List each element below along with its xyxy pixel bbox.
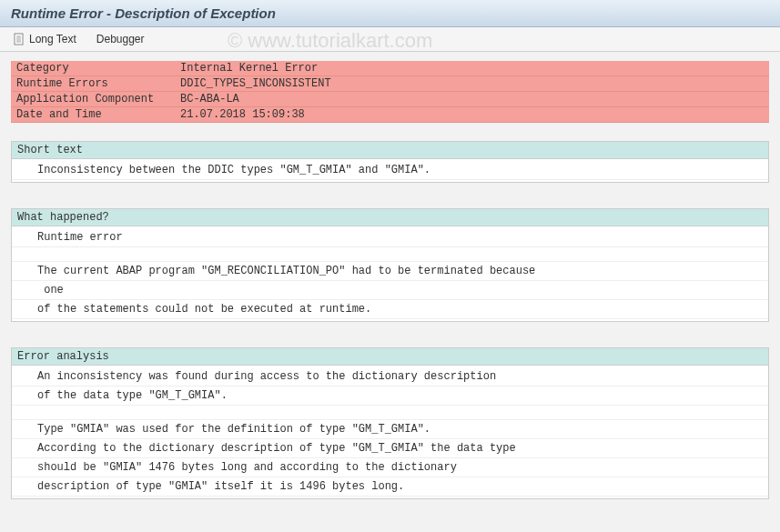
page-title: Runtime Error - Description of Exception: [11, 5, 769, 21]
section-what-happened: What happened? Runtime error The current…: [11, 208, 769, 322]
info-table: Category Internal Kernel Error Runtime E…: [11, 61, 769, 123]
section-header: Error analysis: [12, 348, 768, 366]
text-line: should be "GMIA" 1476 bytes long and acc…: [12, 458, 768, 477]
info-value: 21.07.2018 15:09:38: [175, 107, 769, 122]
debugger-button[interactable]: Debugger: [91, 31, 150, 47]
long-text-button[interactable]: Long Text: [7, 31, 82, 47]
content-area: Category Internal Kernel Error Runtime E…: [0, 52, 780, 532]
info-value: Internal Kernel Error: [175, 61, 769, 75]
info-row: Runtime Errors DDIC_TYPES_INCONSISTENT: [11, 76, 769, 92]
section-short-text: Short text Inconsistency between the DDI…: [11, 141, 769, 183]
document-icon: [13, 33, 25, 45]
long-text-label: Long Text: [29, 33, 76, 45]
text-line: An inconsistency was found during access…: [12, 367, 768, 386]
text-line: Type "GMIA" was used for the definition …: [12, 420, 768, 439]
title-bar: Runtime Error - Description of Exception: [0, 0, 780, 27]
text-line: According to the dictionary description …: [12, 439, 768, 458]
text-line: description of type "GMIA" itself it is …: [12, 477, 768, 497]
section-body: Runtime error The current ABAP program "…: [12, 226, 768, 321]
text-line: Inconsistency between the DDIC types "GM…: [12, 161, 768, 180]
info-value: DDIC_TYPES_INCONSISTENT: [175, 76, 769, 91]
text-line: of the statements could not be executed …: [12, 300, 768, 319]
text-line: Runtime error: [12, 228, 768, 247]
text-line: [12, 406, 768, 420]
info-value: BC-ABA-LA: [175, 92, 769, 106]
section-body: Inconsistency between the DDIC types "GM…: [12, 159, 768, 182]
section-header: What happened?: [12, 209, 768, 226]
info-row: Category Internal Kernel Error: [11, 61, 769, 76]
info-label: Category: [11, 61, 175, 75]
text-line: The current ABAP program "GM_RECONCILIAT…: [12, 262, 768, 281]
info-label: Date and Time: [11, 107, 175, 122]
info-label: Application Component: [11, 92, 175, 106]
svg-rect-0: [15, 34, 23, 45]
info-row: Date and Time 21.07.2018 15:09:38: [11, 107, 769, 123]
section-error-analysis: Error analysis An inconsistency was foun…: [11, 347, 769, 499]
toolbar: Long Text Debugger: [0, 27, 780, 52]
debugger-label: Debugger: [96, 33, 145, 45]
text-line: one: [12, 281, 768, 300]
info-label: Runtime Errors: [11, 76, 175, 91]
info-row: Application Component BC-ABA-LA: [11, 92, 769, 107]
text-line: [12, 247, 768, 262]
section-header: Short text: [12, 142, 768, 159]
text-line: of the data type "GM_T_GMIA".: [12, 386, 768, 406]
section-body: An inconsistency was found during access…: [12, 366, 768, 498]
